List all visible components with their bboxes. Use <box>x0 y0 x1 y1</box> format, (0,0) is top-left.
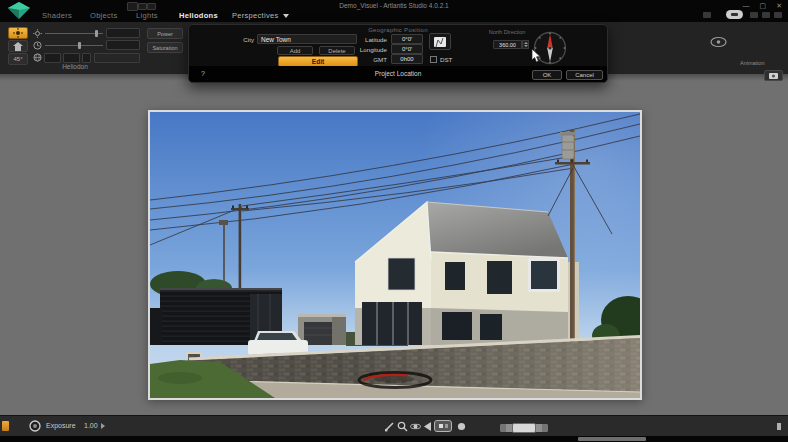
pan-tool-icon[interactable] <box>423 421 432 432</box>
resize-grip[interactable] <box>777 423 781 430</box>
render-scene <box>150 112 640 398</box>
map-icon <box>433 36 447 48</box>
time-slider[interactable] <box>45 45 103 46</box>
animation-label: Animation <box>740 60 764 66</box>
date-day-field[interactable] <box>44 53 61 63</box>
tab-lights[interactable]: Lights <box>136 11 158 20</box>
longitude-label: Longitude <box>339 46 387 53</box>
tab-perspectives[interactable]: Perspectives <box>232 11 289 20</box>
close-button[interactable]: ✕ <box>776 2 782 10</box>
date-time-value[interactable] <box>94 53 140 63</box>
latitude-value[interactable]: 0°0' <box>391 34 423 44</box>
render-button[interactable] <box>726 10 743 19</box>
heliodon-panel-label: Heliodon <box>35 63 115 70</box>
world-map-button[interactable] <box>429 33 451 50</box>
batch-render-icon[interactable] <box>750 12 758 18</box>
dialog-footer: ? Project Location OK Cancel <box>189 66 607 82</box>
time-slider-handle[interactable] <box>78 42 81 49</box>
cancel-button[interactable]: Cancel <box>566 70 603 80</box>
tab-heliodons[interactable]: Heliodons <box>179 11 218 20</box>
preview-mode-button[interactable] <box>434 420 452 432</box>
workspace <box>0 74 788 415</box>
mouse-cursor-icon <box>531 49 542 63</box>
latitude-label: Latitude <box>339 36 387 43</box>
taskbar-segment[interactable] <box>578 437 646 441</box>
gmt-value[interactable]: 0h00 <box>391 54 423 64</box>
display-mode-icon[interactable] <box>703 12 711 18</box>
tab-shaders[interactable]: Shaders <box>42 11 72 20</box>
zoom-tool-icon[interactable] <box>397 421 408 432</box>
record-icon[interactable] <box>456 421 467 432</box>
project-location-dialog: Geographic Position City Add Delete Edit… <box>188 24 608 83</box>
power-button[interactable]: Power <box>147 28 183 39</box>
exposure-label: Exposure <box>46 422 76 429</box>
clock-icon <box>33 41 42 50</box>
date-month-field[interactable] <box>63 53 80 63</box>
dst-checkbox[interactable] <box>430 56 437 63</box>
eye-icon[interactable] <box>710 36 727 48</box>
preview-icon[interactable] <box>762 12 770 18</box>
bottom-bar: Exposure 1.00 <box>0 415 788 436</box>
house-icon <box>13 42 23 51</box>
render-viewport[interactable] <box>148 110 642 400</box>
longitude-value[interactable]: 0°0' <box>391 44 423 54</box>
exposure-icon[interactable] <box>29 420 41 432</box>
minimize-button[interactable]: — <box>743 2 750 10</box>
tab-objects[interactable]: Objects <box>90 11 118 20</box>
settings-icon[interactable] <box>774 12 782 18</box>
saturation-button[interactable]: Saturation <box>147 42 183 53</box>
window-title: Demo_Visuel - Artlantis Studio 4.0.2.1 <box>0 2 788 9</box>
dst-label: DST <box>440 56 452 63</box>
heliodon-location-button[interactable] <box>8 27 28 39</box>
panel-toggle-button[interactable] <box>764 70 783 81</box>
maximize-button[interactable]: ▢ <box>760 2 767 10</box>
sun-power-icon <box>33 29 42 38</box>
heliodon-manual-button[interactable] <box>8 40 28 52</box>
chevron-down-icon <box>283 14 289 18</box>
north-direction-label: North Direction <box>481 29 533 35</box>
north-direction-stepper[interactable] <box>522 40 529 49</box>
edit-tool-icon[interactable] <box>384 421 395 432</box>
north-direction-value[interactable]: 360.00 <box>493 40 522 49</box>
taskbar-strip <box>0 436 788 442</box>
city-label: City <box>229 36 254 43</box>
exposure-value[interactable]: 1.00 <box>84 422 98 429</box>
app-window: Demo_Visuel - Artlantis Studio 4.0.2.1 —… <box>0 0 788 442</box>
ok-button[interactable]: OK <box>532 70 562 80</box>
add-city-button[interactable]: Add <box>277 46 313 55</box>
sun-icon <box>13 28 23 38</box>
gmt-label: GMT <box>339 56 387 63</box>
panel-tab-marker[interactable] <box>2 421 9 431</box>
orbit-tool-icon[interactable] <box>410 421 421 432</box>
camera-icon <box>769 72 778 79</box>
timeline-scrollbar[interactable] <box>500 424 548 432</box>
date-stepper[interactable] <box>82 53 91 63</box>
title-bar: Demo_Visuel - Artlantis Studio 4.0.2.1 —… <box>0 0 788 22</box>
heliodon-45deg-button[interactable]: 45° <box>8 53 28 65</box>
timeline-scrollbar-handle[interactable] <box>512 423 536 433</box>
sun-power-slider-handle[interactable] <box>95 30 98 37</box>
exposure-stepper-icon[interactable] <box>101 423 105 429</box>
sun-power-value[interactable] <box>106 28 140 38</box>
time-value[interactable] <box>106 40 140 50</box>
globe-icon <box>33 53 42 62</box>
